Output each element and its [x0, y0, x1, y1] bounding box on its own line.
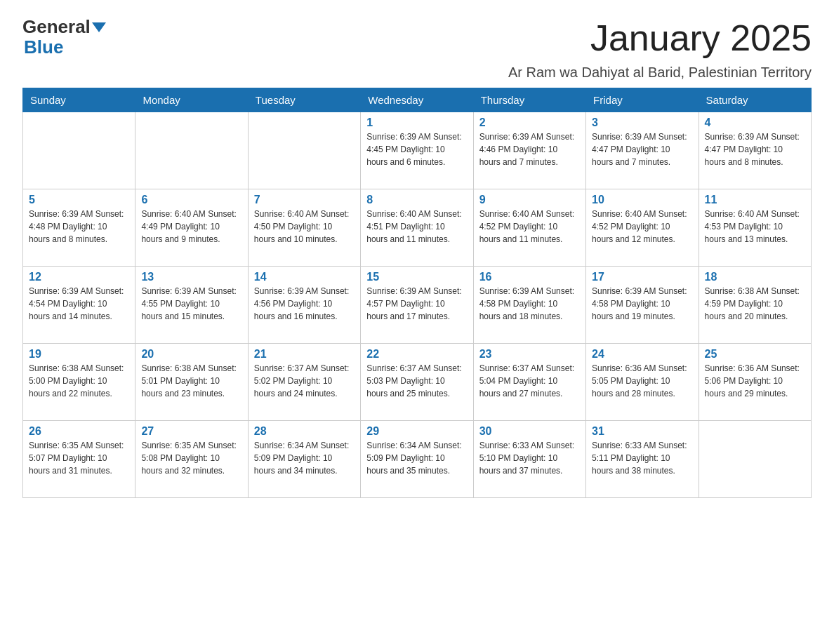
day-number: 25 [705, 348, 805, 361]
day-number: 13 [141, 271, 241, 283]
calendar-cell: 16Sunrise: 6:39 AM Sunset: 4:58 PM Dayli… [473, 267, 585, 344]
column-header-monday: Monday [135, 88, 248, 112]
calendar-cell: 17Sunrise: 6:39 AM Sunset: 4:58 PM Dayli… [586, 267, 699, 344]
day-number: 11 [705, 194, 805, 206]
calendar-cell: 23Sunrise: 6:37 AM Sunset: 5:04 PM Dayli… [473, 344, 585, 421]
day-number: 6 [141, 194, 241, 206]
day-info: Sunrise: 6:35 AM Sunset: 5:07 PM Dayligh… [29, 439, 129, 477]
calendar-cell: 22Sunrise: 6:37 AM Sunset: 5:03 PM Dayli… [361, 344, 473, 421]
day-info: Sunrise: 6:34 AM Sunset: 5:09 PM Dayligh… [254, 439, 355, 477]
calendar-week-row: 5Sunrise: 6:39 AM Sunset: 4:48 PM Daylig… [23, 189, 812, 267]
column-header-friday: Friday [586, 88, 699, 112]
day-number: 1 [366, 116, 467, 129]
day-number: 23 [479, 348, 580, 361]
day-info: Sunrise: 6:33 AM Sunset: 5:10 PM Dayligh… [479, 439, 580, 477]
calendar-cell [23, 112, 135, 189]
calendar-header-row: SundayMondayTuesdayWednesdayThursdayFrid… [23, 88, 812, 112]
day-info: Sunrise: 6:36 AM Sunset: 5:06 PM Dayligh… [705, 362, 805, 400]
day-number: 3 [592, 116, 692, 129]
day-info: Sunrise: 6:40 AM Sunset: 4:50 PM Dayligh… [254, 208, 355, 246]
calendar-week-row: 1Sunrise: 6:39 AM Sunset: 4:45 PM Daylig… [23, 112, 812, 189]
day-info: Sunrise: 6:34 AM Sunset: 5:09 PM Dayligh… [366, 439, 467, 477]
calendar-week-row: 19Sunrise: 6:38 AM Sunset: 5:00 PM Dayli… [23, 344, 812, 421]
day-info: Sunrise: 6:35 AM Sunset: 5:08 PM Dayligh… [141, 439, 241, 477]
calendar-cell [135, 112, 248, 189]
day-info: Sunrise: 6:39 AM Sunset: 4:55 PM Dayligh… [141, 285, 241, 323]
day-number: 2 [479, 116, 580, 129]
calendar-cell: 3Sunrise: 6:39 AM Sunset: 4:47 PM Daylig… [586, 112, 699, 189]
calendar-cell: 13Sunrise: 6:39 AM Sunset: 4:55 PM Dayli… [135, 267, 248, 344]
day-number: 30 [479, 425, 580, 438]
day-info: Sunrise: 6:40 AM Sunset: 4:53 PM Dayligh… [705, 208, 805, 246]
day-number: 22 [366, 348, 467, 361]
title-block: January 2025 [590, 17, 812, 59]
day-info: Sunrise: 6:39 AM Sunset: 4:56 PM Dayligh… [254, 285, 355, 323]
day-info: Sunrise: 6:40 AM Sunset: 4:49 PM Dayligh… [141, 208, 241, 246]
calendar-week-row: 12Sunrise: 6:39 AM Sunset: 4:54 PM Dayli… [23, 267, 812, 344]
day-info: Sunrise: 6:39 AM Sunset: 4:57 PM Dayligh… [366, 285, 467, 323]
calendar-cell: 11Sunrise: 6:40 AM Sunset: 4:53 PM Dayli… [699, 189, 811, 267]
calendar-cell: 31Sunrise: 6:33 AM Sunset: 5:11 PM Dayli… [586, 421, 699, 498]
day-info: Sunrise: 6:37 AM Sunset: 5:02 PM Dayligh… [254, 362, 355, 400]
logo-arrow-icon [92, 22, 106, 32]
day-number: 24 [592, 348, 692, 361]
day-number: 14 [254, 271, 355, 283]
day-info: Sunrise: 6:39 AM Sunset: 4:45 PM Dayligh… [366, 130, 467, 168]
day-info: Sunrise: 6:33 AM Sunset: 5:11 PM Dayligh… [592, 439, 692, 477]
day-info: Sunrise: 6:39 AM Sunset: 4:58 PM Dayligh… [479, 285, 580, 323]
column-header-thursday: Thursday [473, 88, 585, 112]
day-info: Sunrise: 6:37 AM Sunset: 5:03 PM Dayligh… [366, 362, 467, 400]
day-number: 4 [705, 116, 805, 129]
calendar-cell: 2Sunrise: 6:39 AM Sunset: 4:46 PM Daylig… [473, 112, 585, 189]
calendar-cell: 9Sunrise: 6:40 AM Sunset: 4:52 PM Daylig… [473, 189, 585, 267]
calendar-cell [248, 112, 360, 189]
calendar-cell [699, 421, 811, 498]
day-info: Sunrise: 6:39 AM Sunset: 4:46 PM Dayligh… [479, 130, 580, 168]
day-info: Sunrise: 6:38 AM Sunset: 5:00 PM Dayligh… [29, 362, 129, 400]
day-number: 31 [592, 425, 692, 438]
day-info: Sunrise: 6:40 AM Sunset: 4:52 PM Dayligh… [479, 208, 580, 246]
calendar-cell: 19Sunrise: 6:38 AM Sunset: 5:00 PM Dayli… [23, 344, 135, 421]
calendar-cell: 24Sunrise: 6:36 AM Sunset: 5:05 PM Dayli… [586, 344, 699, 421]
day-info: Sunrise: 6:38 AM Sunset: 4:59 PM Dayligh… [705, 285, 805, 323]
day-info: Sunrise: 6:39 AM Sunset: 4:54 PM Dayligh… [29, 285, 129, 323]
day-number: 9 [479, 194, 580, 206]
day-number: 27 [141, 425, 241, 438]
day-number: 16 [479, 271, 580, 283]
column-header-saturday: Saturday [699, 88, 811, 112]
day-number: 29 [366, 425, 467, 438]
column-header-tuesday: Tuesday [248, 88, 360, 112]
calendar-cell: 30Sunrise: 6:33 AM Sunset: 5:10 PM Dayli… [473, 421, 585, 498]
location-subtitle: Ar Ram wa Dahiyat al Barid, Palestinian … [22, 65, 812, 81]
calendar-cell: 10Sunrise: 6:40 AM Sunset: 4:52 PM Dayli… [586, 189, 699, 267]
calendar-cell: 5Sunrise: 6:39 AM Sunset: 4:48 PM Daylig… [23, 189, 135, 267]
calendar-cell: 1Sunrise: 6:39 AM Sunset: 4:45 PM Daylig… [361, 112, 473, 189]
day-number: 17 [592, 271, 692, 283]
day-number: 5 [29, 194, 129, 206]
calendar-cell: 4Sunrise: 6:39 AM Sunset: 4:47 PM Daylig… [699, 112, 811, 189]
column-header-wednesday: Wednesday [361, 88, 473, 112]
calendar-cell: 7Sunrise: 6:40 AM Sunset: 4:50 PM Daylig… [248, 189, 360, 267]
day-info: Sunrise: 6:36 AM Sunset: 5:05 PM Dayligh… [592, 362, 692, 400]
day-info: Sunrise: 6:39 AM Sunset: 4:48 PM Dayligh… [29, 208, 129, 246]
day-number: 18 [705, 271, 805, 283]
calendar-cell: 27Sunrise: 6:35 AM Sunset: 5:08 PM Dayli… [135, 421, 248, 498]
day-number: 12 [29, 271, 129, 283]
day-number: 26 [29, 425, 129, 438]
calendar-cell: 8Sunrise: 6:40 AM Sunset: 4:51 PM Daylig… [361, 189, 473, 267]
day-info: Sunrise: 6:38 AM Sunset: 5:01 PM Dayligh… [141, 362, 241, 400]
day-info: Sunrise: 6:39 AM Sunset: 4:47 PM Dayligh… [705, 130, 805, 168]
calendar-table: SundayMondayTuesdayWednesdayThursdayFrid… [22, 88, 812, 498]
calendar-cell: 25Sunrise: 6:36 AM Sunset: 5:06 PM Dayli… [699, 344, 811, 421]
calendar-cell: 29Sunrise: 6:34 AM Sunset: 5:09 PM Dayli… [361, 421, 473, 498]
logo: General Blue [22, 17, 106, 57]
calendar-cell: 15Sunrise: 6:39 AM Sunset: 4:57 PM Dayli… [361, 267, 473, 344]
day-number: 21 [254, 348, 355, 361]
day-info: Sunrise: 6:40 AM Sunset: 4:52 PM Dayligh… [592, 208, 692, 246]
column-header-sunday: Sunday [23, 88, 135, 112]
day-number: 7 [254, 194, 355, 206]
calendar-cell: 20Sunrise: 6:38 AM Sunset: 5:01 PM Dayli… [135, 344, 248, 421]
day-info: Sunrise: 6:37 AM Sunset: 5:04 PM Dayligh… [479, 362, 580, 400]
day-info: Sunrise: 6:39 AM Sunset: 4:47 PM Dayligh… [592, 130, 692, 168]
day-info: Sunrise: 6:39 AM Sunset: 4:58 PM Dayligh… [592, 285, 692, 323]
